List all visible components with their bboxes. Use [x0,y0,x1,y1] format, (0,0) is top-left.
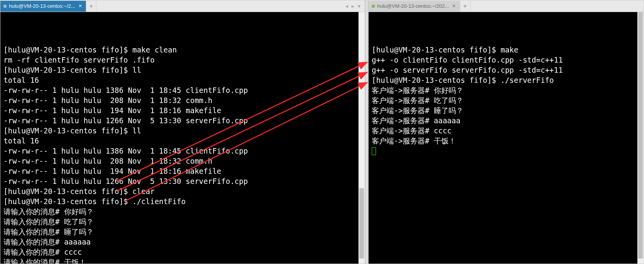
terminal-line: [hulu@VM-20-13-centos fifo]$ ./serverFif… [372,75,641,85]
right-tab[interactable]: hulu@VM-20-13-centos:~/202... ✕ [369,1,460,12]
status-dot-icon [372,5,375,8]
right-tabbar: hulu@VM-20-13-centos:~/202... ✕ + [369,0,644,12]
terminal-line: [hulu@VM-20-13-centos fifo]$ make clean [3,45,362,55]
right-terminal[interactable]: [hulu@VM-20-13-centos fifo]$ makeg++ -o … [369,12,644,264]
pane-divider[interactable] [365,0,368,264]
terminal-line: total 16 [3,75,362,85]
left-tabbar: hulu@VM-20-13-centos:~/2... ✕ + ◀ ▶ ▼ [0,0,365,12]
tab-title: hulu@VM-20-13-centos:~/202... [377,3,449,9]
terminal-line: 客户端->服务器# 你好吗？ [372,85,641,95]
scrollbar[interactable] [359,12,365,264]
terminal-line: -rw-rw-r-- 1 hulu hulu 208 Nov 1 18:32 c… [3,95,362,105]
terminal-line: -rw-rw-r-- 1 hulu hulu 1386 Nov 1 18:45 … [3,85,362,95]
terminal-line [372,146,641,156]
terminal-line: [hulu@VM-20-13-centos fifo]$ ./clientFif… [3,196,362,206]
terminal-line: 请输入你的消息# 睡了吗？ [3,227,362,237]
terminal-line: -rw-rw-r-- 1 hulu hulu 1386 Nov 1 18:45 … [3,146,362,156]
tab-nav-arrows: ◀ ▶ ▼ [345,3,363,9]
scroll-thumb[interactable] [359,188,364,259]
terminal-line: -rw-rw-r-- 1 hulu hulu 194 Nov 1 18:16 m… [3,105,362,115]
close-icon[interactable]: ✕ [77,3,83,9]
terminal-line: -rw-rw-r-- 1 hulu hulu 208 Nov 1 18:32 c… [3,156,362,166]
scrollbar[interactable] [637,12,644,264]
terminal-line: -rw-rw-r-- 1 hulu hulu 1266 Nov 5 13:30 … [3,115,362,126]
terminal-line: 客户端->服务器# 干饭！ [372,136,641,146]
terminal-line: rm -rf clientFifo serverFifo .fifo [3,55,362,65]
chevron-left-icon[interactable]: ◀ [345,3,351,9]
terminal-line: 请输入你的消息# cccc [3,247,362,257]
cursor-icon [372,147,376,155]
new-tab-button[interactable]: + [86,1,96,11]
terminal-line: 客户端->服务器# aaaaaa [372,115,641,126]
terminal-line: 客户端->服务器# 睡了吗？ [372,105,641,115]
terminal-line: -rw-rw-r-- 1 hulu hulu 194 Nov 1 18:16 m… [3,166,362,176]
terminal-line: [hulu@VM-20-13-centos fifo]$ make [372,45,641,55]
terminal-line: 请输入你的消息# 吃了吗？ [3,217,362,227]
terminal-line: [hulu@VM-20-13-centos fifo]$ ll [3,126,362,136]
close-icon[interactable]: ✕ [451,3,457,9]
scroll-thumb[interactable] [638,12,643,259]
terminal-line: total 16 [3,136,362,146]
status-dot-icon [3,5,7,8]
right-pane: hulu@VM-20-13-centos:~/202... ✕ + [hulu@… [368,0,644,264]
left-pane: hulu@VM-20-13-centos:~/2... ✕ + ◀ ▶ ▼ [h… [0,0,365,264]
new-tab-button[interactable]: + [460,1,470,11]
terminal-line: [hulu@VM-20-13-centos fifo]$ clear [3,186,362,196]
tab-title: hulu@VM-20-13-centos:~/2... [9,3,75,9]
chevron-right-icon[interactable]: ▶ [352,3,357,9]
terminal-line: g++ -o serverFifo serverFifo.cpp -std=c+… [372,65,641,75]
terminal-line: -rw-rw-r-- 1 hulu hulu 1266 Nov 5 13:30 … [3,176,362,186]
chevron-down-icon[interactable]: ▼ [358,3,363,9]
terminal-line: 客户端->服务器# 吃了吗？ [372,95,641,105]
terminal-line: 请输入你的消息# 干饭！ [3,257,362,264]
terminal-line: [hulu@VM-20-13-centos fifo]$ ll [3,65,362,75]
terminal-line: 客户端->服务器# cccc [372,126,641,136]
terminal-line: 请输入你的消息# 你好吗？ [3,206,362,217]
left-tab-active[interactable]: hulu@VM-20-13-centos:~/2... ✕ [0,1,86,12]
terminal-line: g++ -o clientFifo clientFifo.cpp -std=c+… [372,55,641,65]
left-terminal[interactable]: [hulu@VM-20-13-centos fifo]$ make cleanr… [0,12,365,264]
terminal-line: 请输入你的消息# aaaaaa [3,237,362,247]
